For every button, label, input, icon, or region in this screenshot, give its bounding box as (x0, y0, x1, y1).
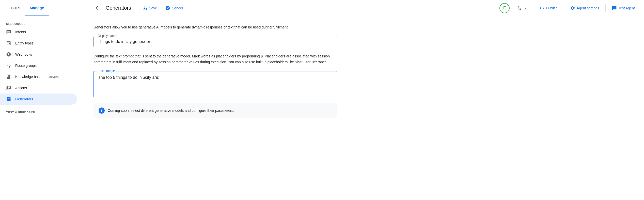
config-desc-text: Configure the text prompt that is sent t… (93, 53, 337, 65)
sidebar-item-route-groups[interactable]: Route groups (0, 60, 77, 71)
knowledge-bases-icon (6, 74, 11, 79)
agent-settings-label: Agent settings (577, 6, 599, 10)
back-button[interactable] (93, 4, 102, 12)
preview-badge: [preview] (48, 75, 59, 78)
sidebar-item-webhooks[interactable]: Webhooks (0, 49, 77, 60)
display-name-label: Display name* (97, 34, 118, 38)
sort-button[interactable] (515, 4, 530, 12)
save-label: Save (149, 6, 157, 10)
display-name-field-group: Display name* (93, 36, 337, 47)
text-prompt-field-group: Text prompt* (93, 71, 337, 97)
publish-button[interactable]: Publish (536, 4, 561, 12)
sidebar-item-label-route-groups: Route groups (15, 64, 37, 68)
test-feedback-label: TEST & FEEDBACK (0, 109, 81, 115)
save-button[interactable]: Save (139, 4, 160, 12)
cancel-button[interactable]: Cancel (162, 4, 186, 12)
entity-types-icon (6, 41, 11, 46)
sidebar-item-label-knowledge-bases: Knowledge bases (15, 75, 43, 79)
divider2 (564, 4, 564, 12)
sidebar-item-entity-types[interactable]: Entity types (0, 38, 77, 49)
page-title: Generators (106, 5, 131, 11)
sidebar-item-label-generators: Generators (15, 97, 33, 101)
tab-manage[interactable]: Manage (25, 0, 49, 16)
tab-bar: Build Manage (6, 0, 87, 16)
route-groups-icon (6, 63, 11, 68)
text-prompt-wrapper: Text prompt* (93, 71, 337, 97)
header-actions: Generators Save Cancel F Publish (87, 3, 638, 13)
intents-icon (6, 29, 11, 35)
sidebar-item-actions[interactable]: Actions (0, 82, 77, 94)
info-text: Coming soon: select different generative… (108, 109, 234, 113)
sidebar-item-label-entity-types: Entity types (15, 41, 34, 45)
intro-text: Generators allow you to use generative A… (93, 24, 337, 30)
top-bar: Build Manage Generators Save Cancel F (0, 0, 644, 16)
text-prompt-input[interactable] (98, 74, 333, 93)
sidebar-item-intents[interactable]: Intents (0, 26, 77, 38)
agent-settings-button[interactable]: Agent settings (567, 4, 602, 12)
content-area: Generators allow you to use generative A… (81, 16, 644, 200)
sidebar-item-knowledge-bases[interactable]: Knowledge bases [preview] (0, 71, 77, 82)
sidebar-item-label-intents: Intents (15, 30, 26, 34)
divider3 (605, 4, 606, 12)
cancel-label: Cancel (172, 6, 183, 10)
sidebar-item-label-webhooks: Webhooks (15, 52, 32, 56)
sidebar: RESOURCES Intents Entity types Webhooks (0, 16, 81, 200)
resources-label: RESOURCES (0, 20, 81, 26)
info-icon: i (99, 107, 105, 114)
display-name-input[interactable] (98, 39, 333, 44)
generators-icon (6, 97, 11, 102)
publish-label: Publish (546, 6, 558, 10)
main-layout: RESOURCES Intents Entity types Webhooks (0, 16, 644, 200)
info-box: i Coming soon: select different generati… (93, 103, 337, 118)
avatar[interactable]: F (499, 3, 510, 13)
test-agent-button[interactable]: Test Agent (609, 4, 638, 12)
display-name-wrapper: Display name* (93, 36, 337, 47)
test-agent-label: Test Agent (618, 6, 635, 10)
actions-icon (6, 85, 11, 90)
text-prompt-label: Text prompt* (97, 69, 116, 73)
webhooks-icon (6, 52, 11, 57)
sidebar-item-label-actions: Actions (15, 86, 27, 90)
sidebar-item-generators[interactable]: Generators (0, 94, 77, 105)
tab-build[interactable]: Build (6, 0, 25, 16)
divider (533, 4, 533, 12)
